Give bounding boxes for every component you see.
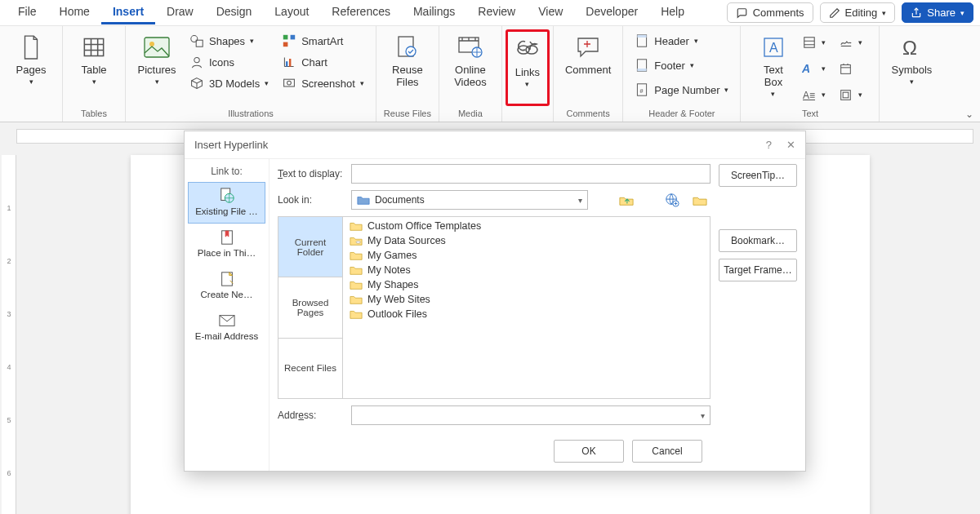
- tab-developer[interactable]: Developer: [574, 1, 649, 24]
- ribbon-insert: Pages ▾ Table ▾ Tables Pictures ▾ Shapes…: [0, 26, 980, 122]
- dialog-title: Insert Hyperlink: [194, 139, 268, 151]
- list-item[interactable]: My Notes: [346, 263, 706, 277]
- folder-icon: [350, 264, 363, 276]
- chevron-down-icon: ▾: [250, 37, 254, 45]
- comment-label: Comment: [565, 64, 611, 76]
- pictures-button[interactable]: Pictures ▾: [132, 29, 181, 106]
- pages-button[interactable]: Pages ▾: [7, 29, 56, 106]
- targetframe-button[interactable]: Target Frame…: [719, 259, 797, 281]
- help-button[interactable]: ?: [766, 139, 772, 151]
- chart-button[interactable]: Chart: [277, 52, 369, 72]
- shapes-button[interactable]: Shapes ▾: [185, 31, 274, 51]
- file-list[interactable]: Custom Office Templates My Data Sources …: [343, 216, 710, 399]
- ribbon-tabs: File Home Insert Draw Design Layout Refe…: [0, 0, 980, 26]
- symbols-button[interactable]: Ω Symbols ▾: [886, 29, 937, 106]
- list-item[interactable]: Outlook Files: [346, 307, 706, 321]
- svg-point-41: [356, 241, 360, 243]
- screentip-button[interactable]: ScreenTip…: [719, 164, 797, 187]
- linkto-email[interactable]: E-mail Address: [188, 307, 265, 348]
- textbox-label: Text Box: [764, 64, 783, 88]
- screenshot-button[interactable]: Screenshot ▾: [277, 73, 369, 93]
- 3dmodels-button[interactable]: 3D Models ▾: [185, 73, 274, 93]
- list-item[interactable]: My Data Sources: [346, 233, 706, 248]
- browse-web-button[interactable]: [662, 190, 683, 210]
- text-to-display-input[interactable]: [351, 164, 710, 184]
- insert-hyperlink-dialog: Insert Hyperlink ? ✕ Link to: Existing F…: [184, 131, 806, 472]
- list-item[interactable]: Custom Office Templates: [346, 219, 706, 233]
- linkto-item-label: Place in Thi…: [198, 248, 256, 258]
- tab-view[interactable]: View: [527, 1, 574, 24]
- linkto-create-new[interactable]: Create Ne…: [188, 265, 265, 307]
- tab-design[interactable]: Design: [205, 1, 264, 24]
- group-media: Online Videos Media: [439, 26, 502, 122]
- tab-home[interactable]: Home: [48, 1, 101, 24]
- up-folder-button[interactable]: [616, 190, 637, 210]
- smartart-button[interactable]: SmartArt: [277, 31, 369, 51]
- chevron-down-icon: ▾: [910, 78, 914, 86]
- close-button[interactable]: ✕: [786, 139, 795, 151]
- tab-insert[interactable]: Insert: [101, 1, 155, 24]
- table-button[interactable]: Table ▾: [69, 29, 118, 106]
- group-label: Comments: [566, 106, 609, 122]
- links-button[interactable]: Links ▾: [506, 29, 550, 106]
- reuse-files-button[interactable]: Reuse Files: [383, 29, 432, 106]
- tab-layout[interactable]: Layout: [263, 1, 320, 24]
- chevron-down-icon: ▾: [822, 64, 826, 73]
- ribbon-collapse-button[interactable]: ⌄: [965, 109, 973, 120]
- signature-button[interactable]: ▾: [834, 33, 867, 52]
- chevron-down-icon: ▾: [858, 91, 862, 99]
- browse-tab-browsed[interactable]: Browsed Pages: [278, 277, 342, 337]
- tab-mailings[interactable]: Mailings: [402, 1, 466, 24]
- browse-file-button[interactable]: [689, 190, 710, 210]
- lookin-select[interactable]: Documents ▾: [351, 190, 588, 210]
- dialog-titlebar[interactable]: Insert Hyperlink ? ✕: [185, 131, 805, 159]
- dropcap-icon: A≡: [802, 87, 817, 102]
- comments-label: Comments: [753, 7, 804, 19]
- dropcap-button[interactable]: A≡▾: [797, 85, 831, 104]
- online-videos-button[interactable]: Online Videos: [446, 29, 495, 106]
- icons-button[interactable]: Icons: [185, 52, 274, 72]
- tab-help[interactable]: Help: [649, 1, 696, 24]
- ruler-tick: 3: [2, 310, 16, 318]
- group-text: A Text Box▾ ▾ A▾ A≡▾ ▾ ▾ Text: [741, 26, 880, 122]
- tab-file[interactable]: File: [7, 1, 48, 24]
- file-name: My Data Sources: [368, 235, 446, 246]
- object-button[interactable]: ▾: [834, 85, 867, 104]
- editing-mode-button[interactable]: Editing ▾: [820, 2, 896, 23]
- textbox-button[interactable]: A Text Box▾: [753, 29, 794, 101]
- browse-tab-recent[interactable]: Recent Files: [278, 338, 342, 398]
- list-item[interactable]: My Games: [346, 248, 706, 263]
- footer-button[interactable]: Footer ▾: [630, 55, 733, 75]
- comments-button[interactable]: Comments: [727, 2, 813, 23]
- cancel-button[interactable]: Cancel: [632, 440, 702, 463]
- svg-rect-7: [291, 35, 296, 40]
- browse-tabs: Current Folder Browsed Pages Recent File…: [278, 216, 343, 399]
- chevron-down-icon: ▾: [525, 80, 529, 88]
- comment-button[interactable]: Comment: [560, 29, 616, 106]
- list-item[interactable]: My Web Sites: [346, 292, 706, 307]
- quickparts-button[interactable]: ▾: [797, 33, 831, 52]
- address-input[interactable]: ▾: [351, 405, 710, 425]
- svg-rect-10: [289, 59, 291, 67]
- list-item[interactable]: My Shapes: [346, 277, 706, 292]
- datetime-button[interactable]: [834, 59, 867, 78]
- pagenumber-button[interactable]: #Page Number ▾: [630, 80, 733, 100]
- folder-db-icon: [350, 235, 363, 246]
- share-button[interactable]: Share ▾: [902, 2, 973, 23]
- tab-review[interactable]: Review: [466, 1, 527, 24]
- tab-references[interactable]: References: [320, 1, 402, 24]
- linkto-panel: Link to: Existing File … Place in Thi… C…: [185, 159, 270, 471]
- ok-button[interactable]: OK: [554, 440, 624, 463]
- linkto-place-in-doc[interactable]: Place in Thi…: [188, 224, 265, 265]
- wordart-button[interactable]: A▾: [797, 59, 831, 78]
- svg-rect-1: [145, 38, 169, 57]
- group-label: Media: [458, 106, 483, 122]
- group-label: Text: [802, 106, 818, 122]
- vertical-ruler[interactable]: 1 2 3 4 5 6 7: [2, 155, 16, 514]
- svg-rect-31: [841, 90, 851, 100]
- tab-draw[interactable]: Draw: [155, 1, 205, 24]
- browse-tab-current[interactable]: Current Folder: [278, 217, 342, 277]
- header-button[interactable]: Header ▾: [630, 31, 733, 51]
- linkto-existing-file[interactable]: Existing File …: [188, 182, 265, 224]
- bookmark-button[interactable]: Bookmark…: [719, 229, 797, 252]
